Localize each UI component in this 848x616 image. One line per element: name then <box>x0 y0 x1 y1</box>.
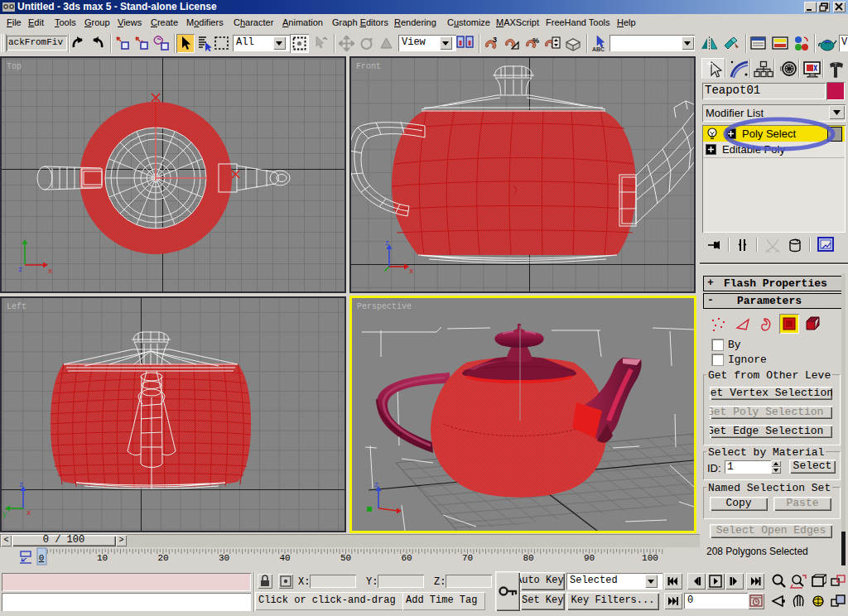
svg-text:40: 40 <box>279 553 290 563</box>
svg-text:60: 60 <box>401 553 412 563</box>
svg-text:y: y <box>2 511 7 519</box>
svg-text:0: 0 <box>39 553 45 563</box>
svg-text:Perspective: Perspective <box>357 302 412 311</box>
svg-text:10: 10 <box>97 553 108 563</box>
svg-text:Front: Front <box>356 62 381 71</box>
svg-text:30: 30 <box>219 553 229 563</box>
svg-text:z: z <box>18 266 22 274</box>
svg-text:Top: Top <box>7 62 22 71</box>
svg-text:3: 3 <box>493 36 497 44</box>
svg-text:ABC: ABC <box>592 46 605 52</box>
svg-text:%: % <box>532 36 539 45</box>
svg-text:80: 80 <box>523 553 533 563</box>
svg-text:z: z <box>374 481 378 489</box>
svg-text:z: z <box>19 481 23 489</box>
svg-text:100: 100 <box>642 553 658 563</box>
svg-text:Left: Left <box>7 302 26 311</box>
svg-text:x: x <box>409 267 413 276</box>
svg-text:20: 20 <box>157 553 168 563</box>
svg-text:x: x <box>26 509 31 517</box>
svg-text:z: z <box>385 239 389 248</box>
svg-text:x: x <box>48 267 52 276</box>
svg-text:50: 50 <box>340 553 351 563</box>
svg-text:90: 90 <box>584 553 595 563</box>
svg-text:70: 70 <box>462 553 473 563</box>
